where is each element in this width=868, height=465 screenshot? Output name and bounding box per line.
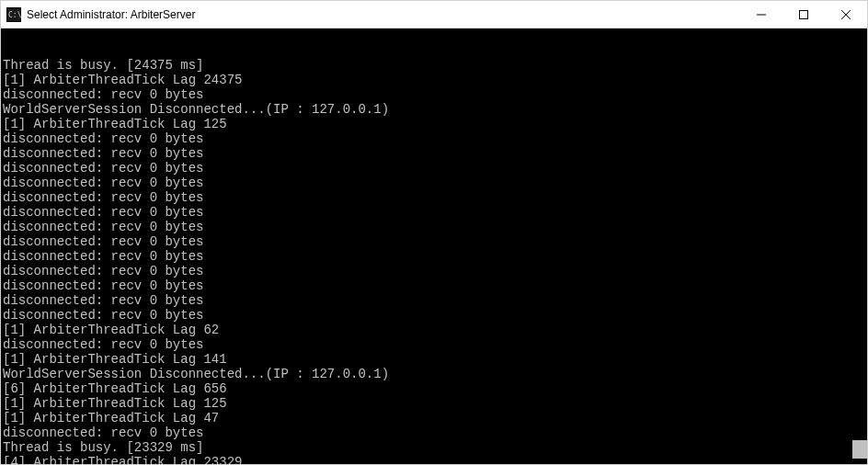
close-button[interactable]	[825, 1, 867, 28]
scrollbar-thumb[interactable]	[852, 440, 867, 459]
terminal-line: disconnected: recv 0 bytes	[3, 425, 865, 440]
terminal-line: [6] ArbiterThreadTick Lag 656	[3, 381, 865, 396]
window-title: Select Administrator: ArbiterServer	[27, 8, 740, 21]
minimize-button[interactable]	[740, 1, 782, 28]
terminal-output[interactable]: Thread is busy. [24375 ms][1] ArbiterThr…	[1, 28, 867, 464]
terminal-line: [1] ArbiterThreadTick Lag 24375	[3, 73, 865, 87]
terminal-line: disconnected: recv 0 bytes	[3, 220, 865, 234]
svg-text:C:\: C:\	[8, 11, 21, 19]
cmd-icon: C:\	[6, 7, 21, 22]
titlebar[interactable]: C:\ Select Administrator: ArbiterServer	[1, 1, 867, 28]
terminal-line: [1] ArbiterThreadTick Lag 47	[3, 411, 865, 425]
terminal-line: disconnected: recv 0 bytes	[3, 278, 865, 293]
maximize-button[interactable]	[782, 1, 825, 28]
window-controls	[740, 1, 867, 28]
terminal-line: disconnected: recv 0 bytes	[3, 337, 865, 352]
terminal-line: disconnected: recv 0 bytes	[3, 87, 865, 102]
terminal-line: [1] ArbiterThreadTick Lag 62	[3, 323, 865, 337]
terminal-line: WorldServerSession Disconnected...(IP : …	[3, 367, 865, 381]
console-window: C:\ Select Administrator: ArbiterServer …	[0, 0, 868, 465]
terminal-line: disconnected: recv 0 bytes	[3, 190, 865, 205]
terminal-line: Thread is busy. [24375 ms]	[3, 58, 865, 73]
terminal-line: [1] ArbiterThreadTick Lag 125	[3, 117, 865, 131]
terminal-line: disconnected: recv 0 bytes	[3, 176, 865, 190]
terminal-line: disconnected: recv 0 bytes	[3, 131, 865, 146]
terminal-line: disconnected: recv 0 bytes	[3, 249, 865, 264]
terminal-line: disconnected: recv 0 bytes	[3, 308, 865, 323]
terminal-line: [1] ArbiterThreadTick Lag 141	[3, 352, 865, 367]
terminal-line: WorldServerSession Disconnected...(IP : …	[3, 102, 865, 117]
terminal-line: [1] ArbiterThreadTick Lag 125	[3, 396, 865, 411]
terminal-line: disconnected: recv 0 bytes	[3, 205, 865, 220]
terminal-line: [4] ArbiterThreadTick Lag 23329	[3, 455, 865, 464]
terminal-line: disconnected: recv 0 bytes	[3, 146, 865, 161]
terminal-line: Thread is busy. [23329 ms]	[3, 440, 865, 455]
terminal-line: disconnected: recv 0 bytes	[3, 161, 865, 176]
svg-rect-4	[800, 10, 808, 18]
terminal-line: disconnected: recv 0 bytes	[3, 264, 865, 278]
terminal-line: disconnected: recv 0 bytes	[3, 293, 865, 308]
terminal-line: disconnected: recv 0 bytes	[3, 234, 865, 249]
